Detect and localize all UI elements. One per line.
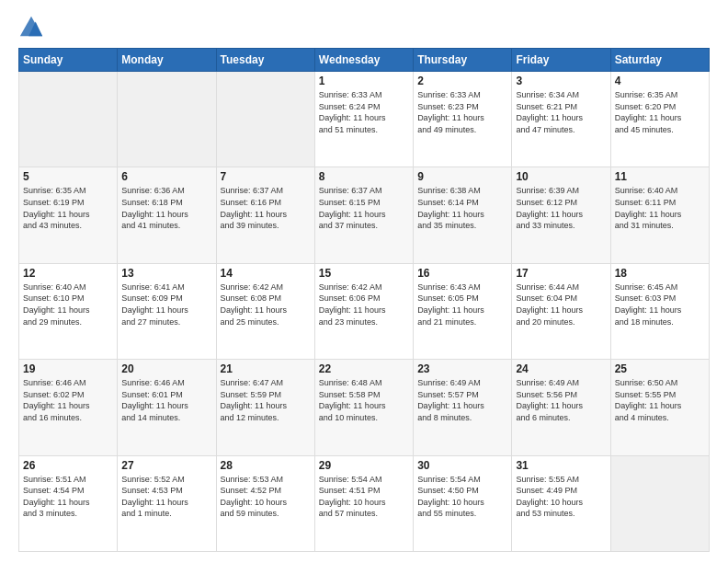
calendar-cell: 6Sunrise: 6:36 AM Sunset: 6:18 PM Daylig… bbox=[118, 167, 216, 263]
day-info: Sunrise: 6:42 AM Sunset: 6:06 PM Dayligh… bbox=[319, 282, 409, 327]
day-info: Sunrise: 6:33 AM Sunset: 6:24 PM Dayligh… bbox=[319, 89, 409, 135]
calendar-cell: 10Sunrise: 6:39 AM Sunset: 6:12 PM Dayli… bbox=[512, 167, 610, 263]
day-number: 18 bbox=[615, 267, 705, 280]
weekday-header-friday: Friday bbox=[512, 49, 610, 72]
calendar-cell: 21Sunrise: 6:47 AM Sunset: 5:59 PM Dayli… bbox=[216, 360, 314, 455]
calendar-week-row: 1Sunrise: 6:33 AM Sunset: 6:24 PM Daylig… bbox=[19, 72, 710, 167]
day-number: 17 bbox=[516, 267, 606, 280]
header bbox=[18, 15, 710, 40]
calendar-cell bbox=[610, 455, 709, 551]
day-number: 20 bbox=[121, 362, 211, 375]
day-info: Sunrise: 5:54 AM Sunset: 4:51 PM Dayligh… bbox=[319, 474, 409, 520]
day-number: 19 bbox=[23, 362, 113, 375]
calendar-cell: 14Sunrise: 6:42 AM Sunset: 6:08 PM Dayli… bbox=[216, 263, 314, 359]
day-number: 3 bbox=[516, 75, 606, 87]
day-info: Sunrise: 6:42 AM Sunset: 6:08 PM Dayligh… bbox=[221, 282, 311, 327]
page: SundayMondayTuesdayWednesdayThursdayFrid… bbox=[0, 0, 728, 563]
calendar-cell: 31Sunrise: 5:55 AM Sunset: 4:49 PM Dayli… bbox=[512, 455, 610, 551]
day-number: 25 bbox=[615, 362, 705, 375]
calendar-cell: 8Sunrise: 6:37 AM Sunset: 6:15 PM Daylig… bbox=[314, 167, 413, 263]
day-number: 29 bbox=[319, 459, 409, 472]
day-number: 28 bbox=[221, 459, 311, 472]
day-number: 23 bbox=[417, 362, 507, 375]
day-info: Sunrise: 5:55 AM Sunset: 4:49 PM Dayligh… bbox=[516, 474, 606, 520]
day-info: Sunrise: 5:52 AM Sunset: 4:53 PM Dayligh… bbox=[121, 474, 211, 520]
day-info: Sunrise: 6:47 AM Sunset: 5:59 PM Dayligh… bbox=[221, 377, 311, 423]
day-info: Sunrise: 6:49 AM Sunset: 5:57 PM Dayligh… bbox=[417, 377, 507, 423]
day-info: Sunrise: 6:33 AM Sunset: 6:23 PM Dayligh… bbox=[417, 89, 507, 135]
day-number: 1 bbox=[319, 75, 409, 87]
day-info: Sunrise: 6:46 AM Sunset: 6:01 PM Dayligh… bbox=[121, 377, 211, 423]
day-number: 12 bbox=[23, 267, 113, 280]
calendar-cell: 13Sunrise: 6:41 AM Sunset: 6:09 PM Dayli… bbox=[118, 263, 216, 359]
day-number: 6 bbox=[121, 170, 211, 183]
calendar-cell bbox=[118, 72, 216, 167]
calendar-cell: 1Sunrise: 6:33 AM Sunset: 6:24 PM Daylig… bbox=[314, 72, 413, 167]
calendar-cell: 7Sunrise: 6:37 AM Sunset: 6:16 PM Daylig… bbox=[216, 167, 314, 263]
day-number: 16 bbox=[417, 267, 507, 280]
calendar-cell: 28Sunrise: 5:53 AM Sunset: 4:52 PM Dayli… bbox=[216, 455, 314, 551]
day-info: Sunrise: 6:36 AM Sunset: 6:18 PM Dayligh… bbox=[121, 185, 211, 231]
day-number: 22 bbox=[319, 362, 409, 375]
day-number: 10 bbox=[516, 170, 606, 183]
calendar-cell: 30Sunrise: 5:54 AM Sunset: 4:50 PM Dayli… bbox=[414, 455, 512, 551]
calendar-cell: 24Sunrise: 6:49 AM Sunset: 5:56 PM Dayli… bbox=[512, 360, 610, 455]
calendar-cell: 4Sunrise: 6:35 AM Sunset: 6:20 PM Daylig… bbox=[610, 72, 709, 167]
calendar-week-row: 19Sunrise: 6:46 AM Sunset: 6:02 PM Dayli… bbox=[19, 360, 710, 455]
calendar-cell: 15Sunrise: 6:42 AM Sunset: 6:06 PM Dayli… bbox=[314, 263, 413, 359]
day-info: Sunrise: 6:41 AM Sunset: 6:09 PM Dayligh… bbox=[121, 282, 211, 327]
calendar-cell: 22Sunrise: 6:48 AM Sunset: 5:58 PM Dayli… bbox=[314, 360, 413, 455]
day-number: 5 bbox=[23, 170, 113, 183]
day-info: Sunrise: 6:48 AM Sunset: 5:58 PM Dayligh… bbox=[319, 377, 409, 423]
calendar-week-row: 26Sunrise: 5:51 AM Sunset: 4:54 PM Dayli… bbox=[19, 455, 710, 551]
calendar-table: SundayMondayTuesdayWednesdayThursdayFrid… bbox=[18, 48, 710, 552]
calendar-cell: 12Sunrise: 6:40 AM Sunset: 6:10 PM Dayli… bbox=[19, 263, 118, 359]
day-info: Sunrise: 5:53 AM Sunset: 4:52 PM Dayligh… bbox=[221, 474, 311, 520]
weekday-header-monday: Monday bbox=[118, 49, 216, 72]
weekday-header-thursday: Thursday bbox=[414, 49, 512, 72]
calendar-cell bbox=[216, 72, 314, 167]
day-number: 14 bbox=[221, 267, 311, 280]
calendar-cell: 16Sunrise: 6:43 AM Sunset: 6:05 PM Dayli… bbox=[414, 263, 512, 359]
calendar-week-row: 5Sunrise: 6:35 AM Sunset: 6:19 PM Daylig… bbox=[19, 167, 710, 263]
calendar-cell: 9Sunrise: 6:38 AM Sunset: 6:14 PM Daylig… bbox=[414, 167, 512, 263]
day-info: Sunrise: 6:45 AM Sunset: 6:03 PM Dayligh… bbox=[615, 282, 705, 327]
calendar-cell: 3Sunrise: 6:34 AM Sunset: 6:21 PM Daylig… bbox=[512, 72, 610, 167]
calendar-cell: 23Sunrise: 6:49 AM Sunset: 5:57 PM Dayli… bbox=[414, 360, 512, 455]
day-info: Sunrise: 6:40 AM Sunset: 6:10 PM Dayligh… bbox=[23, 282, 113, 327]
day-info: Sunrise: 6:49 AM Sunset: 5:56 PM Dayligh… bbox=[516, 377, 606, 423]
day-info: Sunrise: 6:43 AM Sunset: 6:05 PM Dayligh… bbox=[417, 282, 507, 327]
calendar-week-row: 12Sunrise: 6:40 AM Sunset: 6:10 PM Dayli… bbox=[19, 263, 710, 359]
day-number: 30 bbox=[417, 459, 507, 472]
day-info: Sunrise: 6:44 AM Sunset: 6:04 PM Dayligh… bbox=[516, 282, 606, 327]
day-number: 24 bbox=[516, 362, 606, 375]
day-number: 26 bbox=[23, 459, 113, 472]
day-number: 21 bbox=[221, 362, 311, 375]
day-number: 31 bbox=[516, 459, 606, 472]
weekday-header-tuesday: Tuesday bbox=[216, 49, 314, 72]
day-info: Sunrise: 6:37 AM Sunset: 6:16 PM Dayligh… bbox=[221, 185, 311, 231]
day-number: 27 bbox=[121, 459, 211, 472]
day-info: Sunrise: 6:40 AM Sunset: 6:11 PM Dayligh… bbox=[615, 185, 705, 231]
day-number: 4 bbox=[615, 75, 705, 87]
calendar-cell: 11Sunrise: 6:40 AM Sunset: 6:11 PM Dayli… bbox=[610, 167, 709, 263]
calendar-cell: 17Sunrise: 6:44 AM Sunset: 6:04 PM Dayli… bbox=[512, 263, 610, 359]
day-number: 13 bbox=[121, 267, 211, 280]
calendar-cell: 25Sunrise: 6:50 AM Sunset: 5:55 PM Dayli… bbox=[610, 360, 709, 455]
weekday-header-row: SundayMondayTuesdayWednesdayThursdayFrid… bbox=[19, 49, 710, 72]
logo bbox=[18, 15, 48, 40]
day-number: 7 bbox=[221, 170, 311, 183]
day-number: 2 bbox=[417, 75, 507, 87]
day-info: Sunrise: 6:46 AM Sunset: 6:02 PM Dayligh… bbox=[23, 377, 113, 423]
day-number: 15 bbox=[319, 267, 409, 280]
calendar-cell: 29Sunrise: 5:54 AM Sunset: 4:51 PM Dayli… bbox=[314, 455, 413, 551]
calendar-cell bbox=[19, 72, 118, 167]
day-info: Sunrise: 6:35 AM Sunset: 6:20 PM Dayligh… bbox=[615, 89, 705, 135]
weekday-header-sunday: Sunday bbox=[19, 49, 118, 72]
day-info: Sunrise: 6:34 AM Sunset: 6:21 PM Dayligh… bbox=[516, 89, 606, 135]
day-info: Sunrise: 6:50 AM Sunset: 5:55 PM Dayligh… bbox=[615, 377, 705, 423]
day-info: Sunrise: 6:39 AM Sunset: 6:12 PM Dayligh… bbox=[516, 185, 606, 231]
calendar-cell: 5Sunrise: 6:35 AM Sunset: 6:19 PM Daylig… bbox=[19, 167, 118, 263]
weekday-header-wednesday: Wednesday bbox=[314, 49, 413, 72]
day-info: Sunrise: 5:51 AM Sunset: 4:54 PM Dayligh… bbox=[23, 474, 113, 520]
